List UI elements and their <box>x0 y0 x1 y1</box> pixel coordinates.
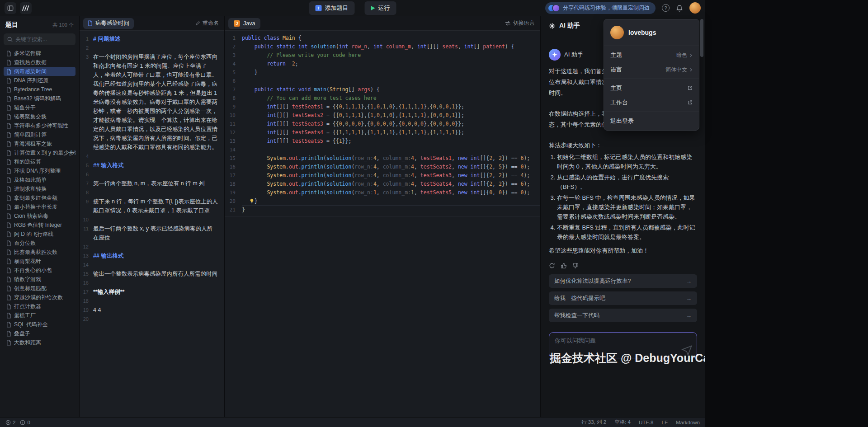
sidebar-item[interactable]: 进制求和转换 <box>4 184 75 193</box>
sidebar-item[interactable]: 字符串有多少种可能性 <box>4 121 75 130</box>
search-box[interactable] <box>4 33 75 45</box>
menu-item-theme[interactable]: 主题 暗色 <box>604 48 699 62</box>
sidebar-item[interactable]: 查找热点数据 <box>4 58 75 67</box>
menu-item-logout[interactable]: 退出登录 <box>604 114 699 128</box>
regenerate-icon[interactable] <box>549 263 555 269</box>
sidebar-item[interactable]: 大数和距离 <box>4 338 75 347</box>
user-dropdown-menu: lovebugs 主题 暗色 语言 简体中文 主页 工作台 退出登录 <box>604 19 699 131</box>
language-mode[interactable]: Markdown <box>676 420 700 425</box>
sidebar-item[interactable]: 计算位置 x 到 y 的最少步数 <box>4 148 75 157</box>
sidebar-item-label: 蛋糕工厂 <box>14 312 36 319</box>
sidebar-item[interactable]: 及格如此简单 <box>4 175 75 184</box>
markdown-line: 18 <box>80 296 224 305</box>
sidebar-item[interactable]: Cion 勒索病毒 <box>4 211 75 221</box>
document-icon <box>6 141 11 147</box>
user-menu-profile[interactable]: lovebugs <box>604 21 699 44</box>
code-line: 3 // Please write your code here <box>225 51 540 60</box>
sidebar-item[interactable]: 打点计数器 <box>4 302 75 311</box>
swap-arrows-icon <box>505 21 511 26</box>
line-number: 15 <box>80 269 93 278</box>
indent-setting[interactable]: 空格: 4 <box>614 419 631 426</box>
sidebar-toggle-icon[interactable] <box>5 2 16 14</box>
ai-suggestion-chip[interactable]: 如何优化算法以提高运行效率?→ <box>549 274 697 288</box>
line-number: 2 <box>225 42 242 51</box>
send-icon[interactable] <box>681 344 693 356</box>
sidebar-item[interactable]: 简单四则计算 <box>4 130 75 139</box>
sidebar-item[interactable]: Base32 编码和解码 <box>4 94 75 103</box>
run-button[interactable]: 运行 <box>365 1 396 15</box>
code-line: 1public class Main { <box>225 34 540 42</box>
markdown-text <box>93 296 224 305</box>
quick-fix-lightbulb-icon[interactable] <box>249 198 255 204</box>
sidebar-item[interactable]: 比赛最高获胜次数 <box>4 248 75 257</box>
sidebar-item[interactable]: Bytedance Tree <box>4 85 75 94</box>
code-line: 6 <box>225 77 540 85</box>
sidebar-item[interactable]: 蛋糕工厂 <box>4 311 75 320</box>
sidebar-item[interactable]: DNA 序列还原 <box>4 76 75 85</box>
page-scrollbar[interactable] <box>700 17 703 415</box>
cursor-position[interactable]: 行 33, 列 2 <box>581 419 606 426</box>
ai-input-box[interactable] <box>549 332 697 358</box>
line-number: 8 <box>80 188 93 197</box>
thumbs-down-icon[interactable] <box>572 263 579 269</box>
code-line: 15 System.out.println(solution(row_n:4, … <box>225 154 540 163</box>
sidebar-item[interactable]: 不再贪心的小包 <box>4 266 75 275</box>
sidebar-item[interactable]: 阿 D 的飞行路线 <box>4 230 75 239</box>
language-tab-java[interactable]: J Java <box>228 18 260 29</box>
promo-banner[interactable]: 分享代码练习体验，领限量定制周边 <box>545 2 656 14</box>
switch-language-button[interactable]: 切换语言 <box>505 19 535 27</box>
code-line: 20 } <box>225 197 540 206</box>
sidebar-item[interactable]: 病毒感染时间 <box>4 67 75 76</box>
sidebar-item[interactable]: 青海湖租车之旅 <box>4 139 75 148</box>
errors-indicator[interactable]: 2 <box>5 420 15 425</box>
sidebar-item[interactable]: RGB 色值转 Integer <box>4 221 75 230</box>
sidebar-item[interactable]: SQL 代码补全 <box>4 320 75 329</box>
search-input[interactable] <box>15 36 72 42</box>
code-editor[interactable]: 1public class Main {2 public static int … <box>225 31 540 216</box>
thumbs-up-icon[interactable] <box>561 263 567 269</box>
code-text: } <box>242 197 540 206</box>
sidebar-item[interactable]: 叠盘子 <box>4 329 75 338</box>
ai-question-input[interactable] <box>555 337 679 354</box>
encoding[interactable]: UTF-8 <box>639 420 654 425</box>
line-number: 6 <box>80 170 93 179</box>
sidebar-item[interactable]: 拿到最多红包金额 <box>4 193 75 202</box>
sidebar-item[interactable]: 最小替换子串长度 <box>4 202 75 211</box>
markdown-text <box>93 188 224 197</box>
sidebar-item[interactable]: 猫鱼分干 <box>4 103 75 112</box>
ai-suggestion-chip[interactable]: 给我一些代码提示吧→ <box>549 291 697 305</box>
sidebar-item[interactable]: 链表聚集交换 <box>4 112 75 121</box>
sidebar-item-label: 计算位置 x 到 y 的最少步数 <box>14 149 75 157</box>
markdown-line: 20 <box>80 314 224 324</box>
add-problem-button[interactable]: 添加题目 <box>309 1 355 15</box>
line-number: 14 <box>225 145 242 154</box>
app-logo-icon[interactable] <box>20 2 32 14</box>
problem-tab-label: 病毒感染时间 <box>95 19 129 27</box>
sidebar-item[interactable]: 暴雨梨花针 <box>4 257 75 266</box>
sidebar-item-label: 多米诺骨牌 <box>14 50 41 57</box>
menu-item-language[interactable]: 语言 简体中文 <box>604 62 699 77</box>
scrollbar-thumb[interactable] <box>700 19 703 57</box>
markdown-editor[interactable]: 1# 问题描述2 3在一个封闭的房间里摆满了座位，每个座位东西向和南北向都有固定… <box>80 31 224 417</box>
infos-indicator[interactable]: 0 <box>20 420 30 425</box>
notifications-bell-icon[interactable] <box>676 5 683 12</box>
markdown-text: **输入样例** <box>93 287 224 296</box>
sidebar-item[interactable]: 穿越沙漠的补给次数 <box>4 293 75 302</box>
sidebar-item[interactable]: 创意标题匹配 <box>4 284 75 293</box>
sidebar-item[interactable]: 百分位数 <box>4 239 75 248</box>
rename-button[interactable]: 重命名 <box>195 19 219 27</box>
sidebar-item[interactable]: 多米诺骨牌 <box>4 49 75 58</box>
ai-suggestion-chip[interactable]: 帮我检查一下代码→ <box>549 309 697 322</box>
eol-setting[interactable]: LF <box>662 420 668 425</box>
sidebar-item-label: 叠盘子 <box>14 330 30 338</box>
menu-item-workspace[interactable]: 工作台 <box>604 95 699 110</box>
sidebar-item[interactable]: 和的逆运算 <box>4 157 75 166</box>
user-avatar[interactable] <box>689 2 701 14</box>
sidebar-item[interactable]: 环状 DNA 序列整理 <box>4 166 75 175</box>
menu-item-home[interactable]: 主页 <box>604 81 699 95</box>
code-text: public static void main(String[] args) { <box>242 85 540 94</box>
sidebar-item[interactable]: 猜数字游戏 <box>4 275 75 284</box>
problem-tab[interactable]: 病毒感染时间 <box>83 18 134 29</box>
help-icon[interactable]: ? <box>662 4 670 12</box>
user-avatar <box>610 26 624 39</box>
